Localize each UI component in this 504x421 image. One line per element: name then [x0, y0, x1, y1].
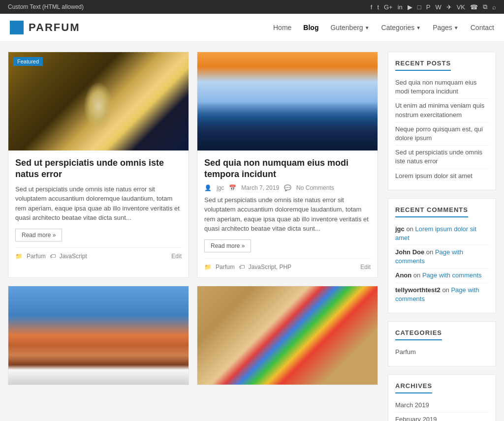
chevron-down-icon: ▼ [416, 25, 421, 30]
top-bar-text: Custom Text (HTML allowed) [8, 3, 84, 10]
post-image-warsaw [8, 286, 189, 385]
tag-icon: 🏷 [239, 264, 245, 271]
post-date: March 7, 2019 [241, 184, 279, 191]
nav-home[interactable]: Home [273, 24, 291, 31]
header: PARFUM Home Blog Gutenberg ▼ Categories … [0, 14, 504, 42]
nav-pages[interactable]: Pages ▼ [433, 24, 459, 31]
post-image-abacus [197, 286, 378, 385]
recent-posts-title: RECENT POSTS [395, 60, 451, 71]
archives-widget: ARCHIVES March 2019 February 2019 [388, 374, 496, 421]
list-item[interactable]: February 2019 [395, 413, 489, 421]
linkedin-icon[interactable]: in [398, 3, 403, 11]
chevron-down-icon: ▼ [365, 25, 370, 30]
post-content: Sed ut perspiciatis unde omnis iste natu… [8, 150, 189, 267]
comment-item: jgc on Lorem ipsum dolor sit amet [395, 222, 489, 245]
category-icon: 📁 [204, 264, 212, 271]
nav-contact[interactable]: Contact [471, 24, 494, 31]
list-item[interactable]: Parfum [395, 345, 489, 359]
post-image-wrap [8, 286, 189, 385]
nav-categories[interactable]: Categories ▼ [381, 24, 421, 31]
archives-title: ARCHIVES [395, 382, 432, 393]
post-category[interactable]: Parfum [216, 264, 235, 271]
read-more-button[interactable]: Read more » [204, 240, 251, 252]
categories-widget: CATEGORIES Parfum [388, 321, 496, 366]
logo-icon [10, 21, 24, 34]
comment-author: jgc [395, 225, 405, 233]
list-item[interactable]: Lorem ipsum dolor sit amet [395, 169, 489, 183]
archives-list: March 2019 February 2019 [395, 398, 489, 421]
pinterest-icon[interactable]: P [426, 3, 431, 11]
comment-author: tellyworthtest2 [395, 286, 441, 294]
recent-comments-title: RECENT COMMENTS [395, 206, 468, 217]
post-image-tunnel [8, 52, 189, 150]
recent-posts-widget: RECENT POSTS Sed quia non numquam eius m… [388, 52, 496, 190]
comment-item: John Doe on Page with comments [395, 245, 489, 269]
main-nav: Home Blog Gutenberg ▼ Categories ▼ Pages… [273, 24, 494, 31]
sidebar: RECENT POSTS Sed quia non numquam eius m… [388, 52, 496, 421]
post-image-wrap: Featured [8, 52, 189, 150]
author-icon: 👤 [204, 184, 212, 191]
whatsapp-icon[interactable]: ☎ [470, 3, 478, 11]
post-image-wrap [197, 52, 378, 150]
post-title[interactable]: Sed quia non numquam eius modi tempora i… [204, 157, 371, 180]
search-icon[interactable]: ⌕ [492, 3, 496, 11]
wordpress-icon[interactable]: W [435, 3, 441, 11]
google-plus-icon[interactable]: G+ [384, 3, 393, 11]
calendar-icon: 📅 [229, 184, 236, 191]
content-area: Featured Sed ut perspiciatis unde omnis … [8, 52, 378, 421]
post-image-wrap [197, 286, 378, 385]
main-wrapper: Featured Sed ut perspiciatis unde omnis … [0, 42, 504, 421]
comment-item: tellyworthtest2 on Page with comments [395, 283, 489, 306]
chevron-down-icon: ▼ [454, 25, 459, 30]
featured-badge: Featured [13, 57, 43, 66]
nav-blog[interactable]: Blog [303, 24, 318, 31]
comment-on: on [442, 286, 451, 294]
post-footer-tags: 📁 Parfum 🏷 JavaScript [15, 253, 87, 260]
twitter-icon[interactable]: t [377, 3, 379, 11]
logo-text: PARFUM [29, 21, 80, 34]
list-item[interactable]: Sed quia non numquam eius modi tempora i… [395, 76, 489, 99]
telegram-icon[interactable]: ✈ [446, 3, 452, 11]
comment-link[interactable]: Page with comments [422, 271, 482, 279]
top-bar-icons: f t G+ in ▶ □ P W ✈ VK ☎ ⧉ ⌕ [371, 3, 496, 11]
list-item[interactable]: Sed ut perspiciatis unde omnis iste natu… [395, 146, 489, 169]
comment-author: John Doe [395, 248, 424, 256]
vk-icon[interactable]: VK [457, 3, 465, 11]
read-more-button[interactable]: Read more » [15, 229, 62, 241]
post-footer-tags: 📁 Parfum 🏷 JavaScript, PHP [204, 264, 291, 271]
tag-icon: 🏷 [50, 253, 56, 260]
edit-link[interactable]: Edit [360, 264, 371, 271]
list-item[interactable]: Neque porro quisquam est, qui dolore ips… [395, 122, 489, 146]
post-tags: JavaScript, PHP [249, 264, 291, 271]
rss-icon[interactable]: ⧉ [483, 3, 487, 11]
post-image-rotterdam [197, 52, 378, 150]
comment-on: on [413, 271, 422, 279]
post-card [8, 286, 189, 385]
post-meta: 👤 jgc 📅 March 7, 2019 💬 No Comments [204, 184, 371, 191]
post-excerpt: Sed ut perspiciatis unde omnis iste natu… [15, 184, 182, 223]
edit-link[interactable]: Edit [171, 253, 182, 260]
comment-author: Anon [395, 271, 411, 279]
categories-list: Parfum [395, 345, 489, 359]
post-card: Sed quia non numquam eius modi tempora i… [197, 52, 378, 278]
category-icon: 📁 [15, 253, 23, 260]
youtube-icon[interactable]: ▶ [408, 3, 412, 11]
list-item[interactable]: March 2019 [395, 398, 489, 413]
comment-on: on [406, 225, 413, 233]
post-card [197, 286, 378, 385]
logo-area: PARFUM [10, 21, 80, 34]
post-excerpt: Sed ut perspiciatis unde omnis iste natu… [204, 195, 371, 234]
list-item[interactable]: Ut enim ad minima veniam quis nostrum ex… [395, 99, 489, 122]
instagram-icon[interactable]: □ [417, 3, 421, 11]
post-category[interactable]: Parfum [27, 253, 46, 260]
categories-title: CATEGORIES [395, 329, 442, 340]
comment-icon: 💬 [284, 184, 291, 191]
post-comments: No Comments [296, 184, 334, 191]
nav-gutenberg[interactable]: Gutenberg ▼ [330, 24, 369, 31]
post-author: jgc [217, 184, 224, 191]
post-footer: 📁 Parfum 🏷 JavaScript Edit [15, 247, 182, 260]
post-content: Sed quia non numquam eius modi tempora i… [197, 150, 378, 277]
comment-item: Anon on Page with comments [395, 269, 489, 283]
post-title[interactable]: Sed ut perspiciatis unde omnis iste natu… [15, 157, 182, 180]
facebook-icon[interactable]: f [371, 3, 373, 11]
